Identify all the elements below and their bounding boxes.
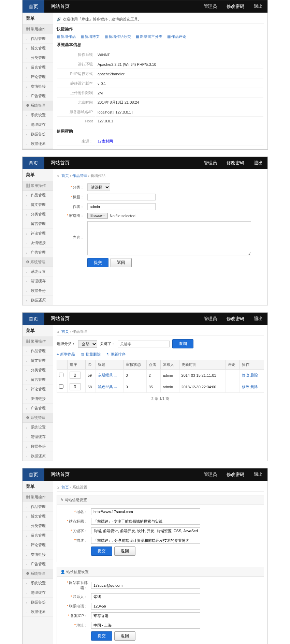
cell-title-link[interactable]: 黑色经典 ... (98, 385, 117, 389)
sidebar-item[interactable]: ▫分类管理 (23, 521, 53, 531)
submit-button[interactable]: 提交 (91, 546, 112, 556)
sidebar-item[interactable]: ▫广告管理 (23, 559, 53, 569)
sidebar-item[interactable]: ▫留言管理 (23, 63, 53, 72)
sidebar-item[interactable]: ▫清理缓存 (23, 276, 53, 286)
crumb-home[interactable]: 首页 (61, 329, 69, 333)
sidebar-item[interactable]: ▫评论管理 (23, 540, 53, 550)
nav-site-home[interactable]: 网站首页 (44, 3, 76, 10)
sidebar-item[interactable]: ▫友情链接 (23, 550, 53, 559)
sidebar-item[interactable]: ▫数据备份 (23, 442, 53, 451)
sidebar-item[interactable]: ▫清理缓存 (23, 120, 53, 130)
filter-cat-select[interactable]: 全部 (78, 340, 97, 348)
setting-input[interactable] (91, 622, 200, 629)
nav-admin[interactable]: 管理员 (199, 160, 222, 166)
quick-link[interactable]: ▦新增留言分类 (136, 34, 162, 39)
sidebar-item[interactable]: ▫广告管理 (23, 248, 53, 257)
quick-link[interactable]: ▦新增作品分类 (104, 34, 131, 39)
search-button[interactable]: 查询 (172, 339, 193, 348)
nav-home[interactable]: 首页 (23, 0, 44, 13)
row-checkbox[interactable] (59, 384, 63, 389)
sidebar-item[interactable]: ▫作品管理 (23, 502, 53, 512)
sidebar-item[interactable]: ▫系统设置 (23, 423, 53, 432)
title-input[interactable] (87, 194, 156, 200)
nav-change-password[interactable]: 修改密码 (222, 316, 249, 322)
sidebar-item[interactable]: ▫数据还原 (23, 296, 53, 305)
sidebar-item[interactable]: ▫留言管理 (23, 219, 53, 229)
crumb-home[interactable]: 首页 (61, 174, 69, 178)
sidebar-item[interactable]: ▫作品管理 (23, 191, 53, 200)
sidebar-item[interactable]: ▫数据备份 (23, 130, 53, 139)
nav-change-password[interactable]: 修改密码 (222, 3, 249, 10)
quick-link[interactable]: ▦新增作品 (57, 34, 76, 39)
setting-input[interactable] (91, 518, 200, 525)
sidebar-item[interactable]: ▫清理缓存 (23, 588, 53, 598)
setting-input[interactable] (91, 603, 200, 610)
nav-admin[interactable]: 管理员 (199, 316, 222, 322)
tool-add[interactable]: + 新增作品 (57, 352, 75, 356)
sidebar-item[interactable]: ▫博文管理 (23, 200, 53, 210)
back-button[interactable]: 返回 (111, 258, 132, 267)
sidebar-item[interactable]: ▫数据备份 (23, 286, 53, 296)
nav-site-home[interactable]: 网站首页 (44, 316, 76, 322)
quick-link[interactable]: ▦作品评论 (167, 34, 186, 39)
edit-link[interactable]: 修改 (242, 373, 249, 377)
nav-logout[interactable]: 退出 (249, 160, 267, 166)
tool-sort[interactable]: ↻ 更新排序 (106, 352, 126, 356)
sidebar-item[interactable]: ▫数据还原 (23, 451, 53, 461)
setting-input[interactable] (91, 612, 200, 619)
sidebar-item[interactable]: ▫作品管理 (23, 34, 53, 44)
quick-link[interactable]: ▦新增博文 (81, 34, 100, 39)
setting-input[interactable] (91, 537, 200, 544)
sidebar-item[interactable]: ▫分类管理 (23, 210, 53, 219)
sidebar-item[interactable]: ▫数据备份 (23, 598, 53, 607)
sidebar-item[interactable]: ▫作品管理 (23, 346, 53, 356)
nav-change-password[interactable]: 修改密码 (222, 471, 249, 478)
sidebar-item[interactable]: ▫评论管理 (23, 72, 53, 82)
setting-input[interactable] (91, 508, 200, 515)
delete-link[interactable]: 删除 (250, 373, 258, 377)
sidebar-item[interactable]: ▫留言管理 (23, 531, 53, 540)
sidebar-item[interactable]: ▫博文管理 (23, 356, 53, 365)
nav-change-password[interactable]: 修改密码 (222, 160, 249, 166)
sidebar-item[interactable]: ▫评论管理 (23, 229, 53, 238)
content-textarea[interactable] (87, 221, 251, 255)
sidebar-item[interactable]: ▫友情链接 (23, 82, 53, 91)
crumb-home[interactable]: 首页 (61, 485, 69, 489)
sidebar-item[interactable]: ▫评论管理 (23, 385, 53, 394)
sidebar-item[interactable]: ▫博文管理 (23, 44, 53, 53)
nav-home[interactable]: 首页 (23, 157, 44, 169)
tool-delete[interactable]: 🗑 批量删除 (81, 352, 101, 356)
nav-site-home[interactable]: 网站首页 (44, 160, 76, 166)
sidebar-item[interactable]: ▫系统设置 (23, 579, 53, 588)
nav-admin[interactable]: 管理员 (199, 3, 222, 10)
row-checkbox[interactable] (59, 373, 63, 377)
back-button[interactable]: 返回 (114, 631, 135, 641)
sidebar-item[interactable]: ▫友情链接 (23, 238, 53, 248)
crumb-works[interactable]: 作品管理 (72, 174, 87, 178)
sidebar-item[interactable]: ▫广告管理 (23, 91, 53, 101)
setting-input[interactable] (91, 593, 200, 600)
setting-input[interactable] (91, 582, 200, 589)
browse-button[interactable]: Browse··· (87, 213, 108, 219)
author-input[interactable] (87, 203, 156, 210)
nav-site-home[interactable]: 网站首页 (44, 471, 76, 478)
sidebar-item[interactable]: ▫留言管理 (23, 375, 53, 385)
sidebar-item[interactable]: ▫系统设置 (23, 267, 53, 276)
edit-link[interactable]: 修改 (242, 385, 249, 389)
submit-button[interactable]: 提交 (91, 631, 112, 641)
nav-logout[interactable]: 退出 (249, 471, 267, 478)
sidebar-item[interactable]: ▫系统设置 (23, 110, 53, 120)
sidebar-item[interactable]: ▫博文管理 (23, 512, 53, 521)
delete-link[interactable]: 删除 (250, 385, 258, 389)
sidebar-item[interactable]: ▫广告管理 (23, 404, 53, 413)
sidebar-item[interactable]: ▫分类管理 (23, 53, 53, 63)
nav-home[interactable]: 首页 (23, 313, 44, 325)
sort-input[interactable] (70, 372, 81, 379)
category-select[interactable]: 请选择 (87, 183, 110, 191)
sidebar-item[interactable]: ▫清理缓存 (23, 432, 53, 442)
nav-home[interactable]: 首页 (23, 468, 44, 481)
help-link[interactable]: 17素材网 (98, 139, 113, 143)
setting-input[interactable] (91, 527, 200, 534)
submit-button[interactable]: 提交 (87, 258, 108, 267)
sort-input[interactable] (70, 383, 81, 390)
